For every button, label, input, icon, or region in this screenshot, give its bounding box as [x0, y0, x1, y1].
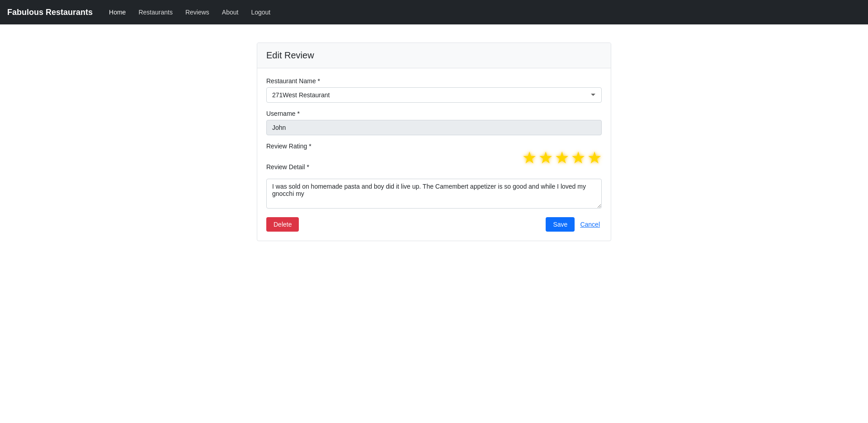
- nav-item-home[interactable]: Home: [104, 9, 131, 16]
- right-buttons: Save Cancel: [546, 217, 602, 232]
- nav-item-about[interactable]: About: [217, 9, 244, 16]
- rating-labels: Review Rating * Review Detail *: [266, 143, 311, 173]
- star-3[interactable]: ★: [555, 150, 569, 166]
- star-5[interactable]: ★: [587, 150, 602, 166]
- nav-link-about[interactable]: About: [217, 5, 244, 19]
- username-group: Username *: [266, 110, 602, 135]
- nav-item-logout[interactable]: Logout: [245, 9, 276, 16]
- nav-item-restaurants[interactable]: Restaurants: [133, 9, 178, 16]
- username-label: Username *: [266, 110, 602, 117]
- nav-link-reviews[interactable]: Reviews: [180, 5, 215, 19]
- buttons-row: Delete Save Cancel: [266, 217, 602, 232]
- star-4[interactable]: ★: [571, 150, 585, 166]
- nav-link-logout[interactable]: Logout: [245, 5, 276, 19]
- nav-link-restaurants[interactable]: Restaurants: [133, 5, 178, 19]
- username-input[interactable]: [266, 120, 602, 135]
- main-content: Edit Review Restaurant Name * 271West Re…: [0, 24, 868, 259]
- review-detail-textarea[interactable]: [266, 179, 602, 209]
- star-2[interactable]: ★: [538, 150, 553, 166]
- edit-review-card: Edit Review Restaurant Name * 271West Re…: [257, 43, 611, 241]
- save-button[interactable]: Save: [546, 217, 575, 232]
- nav-link-home[interactable]: Home: [104, 5, 131, 19]
- restaurant-name-group: Restaurant Name * 271West Restaurant: [266, 77, 602, 103]
- review-detail-label: Review Detail *: [266, 163, 311, 171]
- restaurant-name-label: Restaurant Name *: [266, 77, 602, 85]
- rating-row: Review Rating * Review Detail * ★ ★ ★ ★ …: [266, 143, 602, 173]
- cancel-button[interactable]: Cancel: [578, 217, 602, 232]
- star-1[interactable]: ★: [522, 150, 537, 166]
- nav-menu: Home Restaurants Reviews About Logout: [104, 9, 276, 16]
- stars-container[interactable]: ★ ★ ★ ★ ★: [522, 150, 602, 166]
- delete-button[interactable]: Delete: [266, 217, 299, 232]
- nav-item-reviews[interactable]: Reviews: [180, 9, 215, 16]
- card-body: Restaurant Name * 271West Restaurant Use…: [257, 68, 611, 241]
- review-detail-group: [266, 179, 602, 210]
- card-header: Edit Review: [257, 43, 611, 68]
- restaurant-name-select[interactable]: 271West Restaurant: [266, 87, 602, 103]
- form-title: Edit Review: [266, 50, 602, 61]
- brand-link[interactable]: Fabulous Restaurants: [7, 8, 93, 17]
- navbar: Fabulous Restaurants Home Restaurants Re…: [0, 0, 868, 24]
- review-rating-label: Review Rating *: [266, 143, 311, 150]
